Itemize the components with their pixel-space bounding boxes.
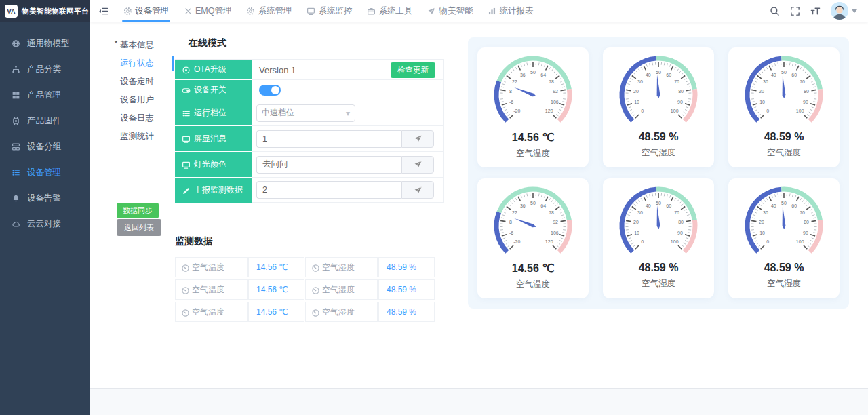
send-button[interactable] — [401, 156, 434, 174]
svg-text:22: 22 — [512, 79, 517, 84]
svg-text:8: 8 — [509, 220, 512, 224]
input-屏显消息[interactable] — [256, 130, 401, 148]
svg-text:100: 100 — [796, 108, 804, 113]
gauge-chart: 0102030405060708090100 — [728, 52, 840, 133]
gauge-label: 空气温度 — [477, 279, 589, 290]
send-button[interactable] — [401, 181, 434, 199]
tab-统计报表[interactable]: 统计报表 — [480, 0, 540, 22]
form-label-text: 灯光颜色 — [194, 159, 226, 170]
tab-系统管理[interactable]: 系统管理 — [239, 0, 299, 22]
form-content-运行档位: 中速档位▾ — [252, 100, 444, 126]
svg-text:120: 120 — [545, 239, 553, 244]
form-label-text: 运行档位 — [194, 107, 226, 119]
tab-label: 统计报表 — [499, 5, 533, 17]
top-tabs: 设备管理EMQ管理系统管理系统监控系统工具物美智能统计报表 — [116, 0, 540, 22]
input-灯光颜色[interactable] — [256, 156, 401, 174]
toolbox-icon — [367, 7, 375, 15]
gauge-label: 空气湿度 — [603, 147, 714, 159]
sidebar-item-产品固件[interactable]: 产品固件 — [0, 108, 90, 134]
svg-text:30: 30 — [637, 210, 643, 215]
svg-text:60: 60 — [666, 203, 671, 208]
gauge-icon — [311, 309, 319, 316]
svg-text:100: 100 — [796, 239, 804, 244]
device-switch-toggle[interactable] — [259, 85, 281, 96]
gauge-label: 空气温度 — [477, 148, 589, 159]
expand-icon[interactable] — [790, 6, 800, 16]
subnav-item-设备定时[interactable]: 设备定时 — [102, 73, 163, 91]
gauge-icon — [311, 264, 319, 271]
firmware-version: Version 1 — [259, 65, 296, 75]
gauge-chart: -20-68223650647892106120 — [477, 182, 589, 264]
check-update-button[interactable]: 检查更新 — [391, 62, 435, 78]
gear-level-select[interactable]: 中速档位▾ — [256, 104, 355, 122]
gauge-value: 14.56 ℃ — [477, 262, 589, 275]
user-avatar[interactable] — [831, 2, 848, 20]
svg-text:80: 80 — [804, 220, 809, 224]
gauge-icon — [311, 286, 319, 294]
input-group-灯光颜色 — [256, 156, 434, 174]
user-menu[interactable] — [831, 2, 857, 20]
tab-label: 设备管理 — [135, 5, 169, 17]
metric-name: 空气温度 — [192, 307, 224, 318]
svg-text:90: 90 — [677, 100, 683, 104]
app-sidebar: VA 物美智能物联网平台 通用物模型产品分类产品管理产品固件设备分组设备管理设备… — [0, 0, 90, 415]
tab-系统工具[interactable]: 系统工具 — [359, 0, 420, 22]
svg-text:-20: -20 — [513, 108, 520, 113]
gauge-icon — [181, 286, 189, 294]
tab-label: 系统监控 — [318, 5, 352, 17]
input-上报监测数据[interactable] — [256, 181, 401, 199]
monitor-metric-label: 空气湿度 — [305, 279, 378, 300]
svg-text:-6: -6 — [509, 100, 513, 104]
gear-level-value: 中速档位 — [262, 107, 294, 119]
svg-text:50: 50 — [656, 70, 661, 75]
gauge-panel: -20-6822365064789210612014.56 ℃空气温度01020… — [468, 37, 849, 309]
metric-value: 48.59 % — [378, 257, 435, 277]
gauge-value: 48.59 % — [603, 131, 714, 143]
form-content-灯光颜色 — [252, 152, 444, 178]
subnav-item-设备用户[interactable]: 设备用户 — [102, 91, 163, 109]
sidebar-item-产品管理[interactable]: 产品管理 — [0, 82, 90, 108]
app-title: 物美智能物联网平台 — [22, 7, 89, 16]
send-icon — [427, 7, 435, 15]
form-label-运行档位: 运行档位 — [175, 100, 252, 126]
sidebar-item-设备分组[interactable]: 设备分组 — [0, 134, 90, 159]
send-button[interactable] — [401, 130, 434, 148]
tab-物美智能[interactable]: 物美智能 — [420, 0, 480, 22]
metric-name: 空气温度 — [192, 262, 224, 273]
fontsize-icon[interactable] — [810, 6, 821, 16]
sidebar-item-label: 设备管理 — [27, 167, 61, 178]
subnav-item-运行状态[interactable]: 运行状态 — [102, 54, 163, 73]
sidebar-item-label: 设备分组 — [27, 141, 61, 153]
svg-text:50: 50 — [530, 201, 536, 205]
data-sync-button[interactable]: 数据同步 — [117, 203, 159, 218]
sidebar-item-通用物模型[interactable]: 通用物模型 — [0, 31, 90, 56]
subnav-item-监测统计[interactable]: 监测统计 — [102, 127, 163, 146]
sidebar-item-设备告警[interactable]: 设备告警 — [0, 185, 90, 211]
svg-text:80: 80 — [678, 220, 684, 224]
sidebar-item-label: 设备告警 — [27, 193, 61, 204]
sidebar-item-设备管理[interactable]: 设备管理 — [0, 159, 90, 185]
send-icon — [414, 134, 422, 143]
sidebar-item-云云对接[interactable]: 云云对接 — [0, 211, 90, 237]
chevron-down-icon: ▾ — [346, 108, 350, 118]
tab-EMQ管理[interactable]: EMQ管理 — [176, 0, 239, 22]
form-row-OTA升级: OTA升级Version 1检查更新 — [175, 60, 444, 80]
required-marker: * — [115, 40, 117, 47]
svg-text:70: 70 — [800, 210, 805, 215]
sidebar-item-label: 产品分类 — [27, 64, 61, 75]
gear-icon — [246, 7, 254, 15]
form-label-OTA升级: OTA升级 — [175, 60, 252, 80]
sidebar-fold-icon[interactable] — [98, 6, 108, 16]
back-to-list-button[interactable]: 返回列表 — [117, 219, 161, 236]
monitor-metric-label: 空气温度 — [175, 302, 248, 322]
subnav-item-设备日志[interactable]: 设备日志 — [102, 109, 163, 127]
svg-text:92: 92 — [553, 89, 558, 94]
sidebar-item-产品分类[interactable]: 产品分类 — [0, 56, 90, 82]
svg-text:20: 20 — [759, 89, 764, 94]
gauge-label: 空气湿度 — [728, 147, 840, 159]
tab-系统监控[interactable]: 系统监控 — [299, 0, 359, 22]
search-icon[interactable] — [770, 6, 780, 16]
tab-设备管理[interactable]: 设备管理 — [116, 0, 176, 22]
svg-text:30: 30 — [637, 79, 643, 84]
subnav-item-基本信息[interactable]: *基本信息 — [102, 36, 163, 54]
